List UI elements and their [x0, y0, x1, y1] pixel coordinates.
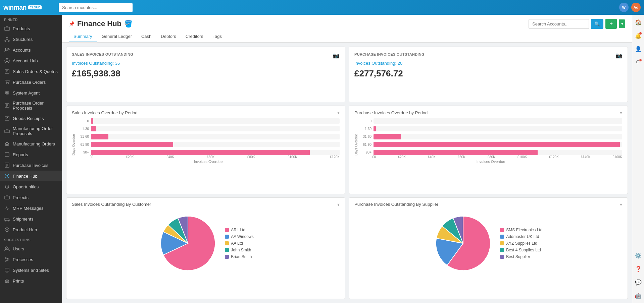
- chat-icon[interactable]: 💬: [634, 278, 643, 287]
- search-button[interactable]: 🔍: [591, 19, 603, 29]
- svg-point-12: [7, 92, 8, 93]
- opportunities-icon: [4, 184, 10, 190]
- sidebar-item-purchase-invoices[interactable]: Purchase Invoices: [0, 160, 62, 171]
- sidebar-item-reports[interactable]: Reports: [0, 149, 62, 160]
- bar-track: [91, 126, 340, 131]
- tab-creditors[interactable]: Creditors: [181, 31, 208, 42]
- sidebar-item-structures[interactable]: Structures: [0, 34, 62, 45]
- bar-track: [91, 150, 340, 155]
- bar-fill: [91, 150, 310, 155]
- sidebar-item-account-hub[interactable]: Account Hub: [0, 55, 62, 66]
- sidebar-item-purchase-order-proposals[interactable]: Purchase Order Proposals: [0, 98, 62, 113]
- search-accounts-input[interactable]: [529, 19, 589, 29]
- bar-row: 61-90: [359, 142, 622, 147]
- svg-rect-22: [5, 218, 8, 221]
- avatar-ad[interactable]: Ad: [631, 3, 641, 12]
- avatar-w[interactable]: W: [619, 3, 629, 12]
- sidebar-item-mrp[interactable]: MRP Messages: [0, 203, 62, 214]
- sidebar-item-product-hub[interactable]: Product Hub: [0, 224, 62, 235]
- sidebar-item-mfg-proposals[interactable]: Manufacturing Order Proposals: [0, 124, 62, 138]
- svg-rect-21: [5, 196, 9, 199]
- purchase-pie-svg: [433, 213, 493, 274]
- bar-row-label: 0: [359, 119, 371, 123]
- sidebar-item-manufacturing-orders[interactable]: Manufacturing Orders: [0, 138, 62, 149]
- bar-track: [91, 142, 340, 147]
- camera-icon-sales[interactable]: 📷: [333, 52, 340, 59]
- svg-point-11: [6, 92, 7, 93]
- purchase-bar-chart-card: Purchase Invoices Overdue by Period ▾ Da…: [349, 106, 628, 194]
- gear-icon[interactable]: ⚙️: [634, 251, 643, 260]
- sidebar-item-prints[interactable]: Prints: [0, 276, 62, 286]
- tab-debtors[interactable]: Debtors: [156, 31, 181, 42]
- topbar-right: W Ad: [619, 3, 641, 12]
- sidebar-item-projects[interactable]: Projects: [0, 192, 62, 203]
- tab-summary[interactable]: Summary: [69, 31, 97, 42]
- sidebar-item-processes[interactable]: Processes: [0, 254, 62, 265]
- purchase-pie-chart-header: Purchase Invoices Outstanding By Supplie…: [354, 202, 622, 207]
- sidebar-item-label: Manufacturing Order Proposals: [13, 126, 58, 136]
- module-search-input[interactable]: [59, 3, 133, 12]
- legend-dot: [225, 248, 229, 252]
- purchase-outstanding-header: PURCHASE INVOICES OUTSTANDING 📷: [354, 52, 622, 59]
- sidebar-item-systems[interactable]: Systems and Sites: [0, 265, 62, 276]
- sidebar-item-goods-receipts[interactable]: Goods Receipts: [0, 113, 62, 124]
- sales-bar-rows: 01-3031-6061-9090+ £0£20K£40K£60K£80K£10…: [77, 118, 340, 172]
- bar-row-label: 31-60: [77, 135, 89, 138]
- purchase-invoice-count: Invoices Outstanding: 20: [354, 61, 622, 66]
- svg-point-28: [5, 257, 6, 259]
- bar-track: [374, 126, 622, 131]
- tab-cash[interactable]: Cash: [137, 31, 156, 42]
- sidebar-item-opportunities[interactable]: Opportunities: [0, 181, 62, 192]
- svg-rect-10: [5, 92, 9, 94]
- sidebar-item-users[interactable]: Users: [0, 243, 62, 254]
- sidebar-item-accounts[interactable]: Accounts: [0, 45, 62, 55]
- svg-point-8: [6, 83, 7, 84]
- sidebar-item-products[interactable]: Products: [0, 23, 62, 34]
- sidebar-item-purchase-orders[interactable]: Purchase Orders: [0, 77, 62, 87]
- sidebar-item-label: Users: [13, 246, 24, 251]
- sidebar-item-sales-orders[interactable]: Sales Orders & Quotes: [0, 66, 62, 77]
- box-icon: [4, 25, 10, 32]
- user-icon[interactable]: 👤: [634, 44, 643, 54]
- sidebar-item-shipments[interactable]: Shipments: [0, 214, 62, 224]
- camera-icon-purchase[interactable]: 📷: [615, 52, 622, 59]
- robot-icon[interactable]: 🤖: [634, 291, 643, 300]
- bar-fill: [374, 126, 376, 131]
- chevron-down-purchase-pie[interactable]: ▾: [620, 202, 622, 207]
- bar-fill: [91, 134, 108, 139]
- legend-item: John Smith: [225, 248, 253, 252]
- tab-tags[interactable]: Tags: [208, 31, 227, 42]
- add-split-button[interactable]: ▾: [619, 19, 625, 28]
- chevron-down-purchase-bar[interactable]: ▾: [620, 110, 622, 115]
- sales-pie-container: ARL LtdAA WindowsAA LtdJohn SmithBrian S…: [72, 210, 340, 277]
- bar-row: 31-60: [77, 134, 340, 139]
- purchase-pie-chart-card: Purchase Invoices Outstanding By Supplie…: [349, 197, 628, 299]
- chevron-down-sales-pie[interactable]: ▾: [337, 202, 340, 207]
- sidebar-item-label: Purchase Orders: [13, 80, 46, 85]
- legend-item: AA Ltd: [225, 241, 253, 246]
- svg-point-9: [8, 83, 9, 84]
- bell-icon[interactable]: 🔔: [634, 31, 643, 40]
- sidebar-item-label: Shipments: [13, 217, 33, 222]
- sidebar-item-system-agent[interactable]: System Agent: [0, 87, 62, 98]
- main-layout: PINNED Products Structures Accounts Acco…: [0, 15, 644, 303]
- chevron-down-sales-bar[interactable]: ▾: [337, 110, 340, 115]
- processes-icon: [4, 256, 10, 262]
- hub-icon: [4, 58, 10, 64]
- bar-row-label: 90+: [77, 150, 89, 154]
- page-title: Finance Hub: [77, 19, 121, 28]
- home-icon[interactable]: 🏠: [634, 17, 643, 27]
- sidebar-item-label: Purchase Invoices: [13, 163, 48, 168]
- sidebar-item-label: Opportunities: [13, 184, 39, 189]
- bar-track: [91, 134, 340, 139]
- bar-row-label: 1-30: [359, 127, 371, 131]
- question-icon[interactable]: ❓: [634, 264, 643, 274]
- clock-icon[interactable]: ⏱: [634, 58, 643, 67]
- purchase-outstanding-title: PURCHASE INVOICES OUTSTANDING: [354, 52, 425, 56]
- sidebar-item-finance-hub[interactable]: Finance Hub: [0, 171, 62, 181]
- bar-track: [374, 142, 622, 147]
- logo-cloud: CLOUD: [28, 5, 42, 9]
- tab-general-ledger[interactable]: General Ledger: [97, 31, 137, 42]
- sales-outstanding-title: SALES INVOICES OUTSTANDING: [72, 52, 133, 56]
- add-button[interactable]: ＋: [605, 19, 617, 29]
